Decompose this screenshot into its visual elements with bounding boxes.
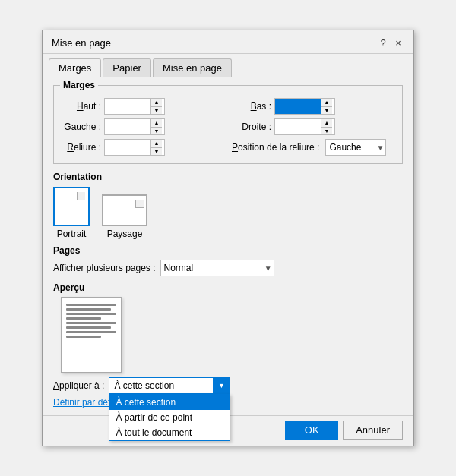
gauche-input[interactable]: 2,3 cm [105, 119, 150, 134]
droite-row: Droite : 2,3 cm ▲ ▼ [232, 118, 394, 135]
droite-spin-btns: ▲ ▼ [321, 119, 332, 134]
reliure-spin-up[interactable]: ▲ [151, 140, 162, 148]
paysage-icon-inner [106, 200, 144, 222]
position-select-wrapper[interactable]: Gauche Haut ▼ [325, 139, 386, 156]
bas-input-spin[interactable]: 0,3 cm ▲ ▼ [274, 98, 335, 115]
preview-line-5 [66, 322, 116, 324]
afficher-label: Afficher plusieurs pages : [53, 263, 156, 273]
bas-spin-up[interactable]: ▲ [321, 99, 332, 107]
close-button[interactable]: × [392, 36, 404, 49]
preview-line-8 [66, 336, 101, 338]
gauche-row: Gauche : 2,3 cm ▲ ▼ [62, 118, 224, 135]
preview-line-3 [66, 313, 116, 315]
portrait-icon [53, 187, 90, 226]
haut-input-spin[interactable]: 2,4 cm ▲ ▼ [104, 98, 165, 115]
pages-title: Pages [53, 245, 403, 256]
orientation-title: Orientation [53, 172, 403, 182]
orientation-options: Portrait Paysage [53, 187, 403, 239]
haut-label: Haut : [62, 101, 101, 112]
help-button[interactable]: ? [377, 36, 389, 49]
mise-en-page-dialog: Mise en page ? × Marges Papier Mise en p… [42, 30, 414, 446]
portrait-icon-inner [58, 192, 84, 221]
pages-select-wrapper[interactable]: Normal 2 pages Livre relié ▼ [160, 260, 274, 276]
bas-spin-btns: ▲ ▼ [321, 99, 332, 114]
appliquer-dropdown-list: À cette section À partir de ce point À t… [109, 394, 230, 441]
haut-spin-btns: ▲ ▼ [150, 99, 162, 114]
title-controls: ? × [377, 36, 404, 49]
position-select[interactable]: Gauche Haut [326, 140, 385, 155]
marges-grid: Haut : 2,4 cm ▲ ▼ Bas : 0,3 cm ▲ [62, 98, 394, 156]
appliquer-dropdown-arrow-icon[interactable]: ▼ [213, 378, 230, 393]
page-preview [61, 297, 122, 373]
reliure-spin-btns: ▲ ▼ [150, 140, 162, 155]
preview-line-2 [66, 308, 111, 311]
paysage-option[interactable]: Paysage [102, 194, 147, 239]
appliquer-dropdown-main[interactable]: À cette section ▼ [109, 377, 230, 394]
portrait-label: Portrait [57, 229, 87, 239]
paysage-label: Paysage [107, 229, 143, 239]
haut-row: Haut : 2,4 cm ▲ ▼ [62, 98, 224, 115]
pages-select[interactable]: Normal 2 pages Livre relié [161, 260, 274, 276]
appliquer-label: Appliquer à : [53, 380, 104, 391]
haut-spin-up[interactable]: ▲ [151, 99, 162, 107]
haut-input[interactable]: 2,4 cm [105, 99, 150, 114]
tab-miseen[interactable]: Mise en page [153, 58, 232, 77]
dialog-title: Mise en page [52, 37, 111, 49]
marges-section: Marges Haut : 2,4 cm ▲ ▼ Bas : [53, 85, 403, 164]
reliure-spin-down[interactable]: ▼ [151, 148, 162, 156]
appliquer-dropdown[interactable]: À cette section ▼ À cette section À part… [109, 377, 230, 394]
droite-spin-up[interactable]: ▲ [321, 119, 332, 128]
gauche-label: Gauche : [62, 121, 101, 132]
appliquer-option-2[interactable]: À tout le document [109, 425, 230, 440]
appliquer-option-0[interactable]: À cette section [109, 395, 230, 410]
portrait-option[interactable]: Portrait [53, 187, 90, 239]
appliquer-selected-text: À cette section [109, 380, 213, 391]
paysage-icon [102, 194, 147, 226]
tab-papier[interactable]: Papier [103, 58, 151, 77]
tab-content: Marges Haut : 2,4 cm ▲ ▼ Bas : [43, 77, 413, 415]
droite-input-spin[interactable]: 2,3 cm ▲ ▼ [274, 118, 335, 135]
preview-line-1 [66, 304, 116, 306]
orientation-section: Orientation Portrait Paysage [53, 172, 403, 239]
appliquer-row: Appliquer à : À cette section ▼ À cette … [53, 377, 403, 394]
apercu-section: Aperçu [53, 282, 403, 373]
gauche-spin-down[interactable]: ▼ [151, 128, 162, 135]
tabs-container: Marges Papier Mise en page [43, 54, 413, 77]
preview-line-7 [66, 331, 116, 333]
position-label: Position de la reliure : [232, 142, 319, 153]
ok-button[interactable]: OK [285, 421, 338, 440]
reliure-label: Reliure : [62, 142, 101, 153]
apercu-box [53, 297, 403, 373]
annuler-button[interactable]: Annuler [343, 421, 403, 440]
gauche-spin-up[interactable]: ▲ [151, 119, 162, 128]
preview-line-6 [66, 326, 111, 329]
bas-label: Bas : [232, 101, 271, 112]
gauche-spin-btns: ▲ ▼ [150, 119, 162, 134]
pages-section: Pages Afficher plusieurs pages : Normal … [53, 245, 403, 276]
position-row: Position de la reliure : Gauche Haut ▼ [232, 139, 394, 156]
droite-input[interactable]: 2,3 cm [275, 119, 321, 134]
bas-row: Bas : 0,3 cm ▲ ▼ [232, 98, 394, 115]
reliure-input-spin[interactable]: 0 cm ▲ ▼ [104, 139, 165, 156]
preview-line-4 [66, 317, 101, 320]
gauche-input-spin[interactable]: 2,3 cm ▲ ▼ [104, 118, 165, 135]
pages-row: Afficher plusieurs pages : Normal 2 page… [53, 260, 403, 276]
droite-label: Droite : [232, 121, 271, 132]
droite-spin-down[interactable]: ▼ [321, 128, 332, 135]
bas-input[interactable]: 0,3 cm [275, 99, 321, 114]
marges-section-title: Marges [60, 80, 98, 90]
apercu-title: Aperçu [53, 282, 403, 293]
tab-marges[interactable]: Marges [49, 58, 101, 77]
title-bar: Mise en page ? × [43, 30, 413, 54]
appliquer-option-1[interactable]: À partir de ce point [109, 410, 230, 425]
reliure-row: Reliure : 0 cm ▲ ▼ [62, 139, 224, 156]
reliure-input[interactable]: 0 cm [105, 140, 150, 155]
haut-spin-down[interactable]: ▼ [151, 107, 162, 115]
bas-spin-down[interactable]: ▼ [321, 107, 332, 115]
